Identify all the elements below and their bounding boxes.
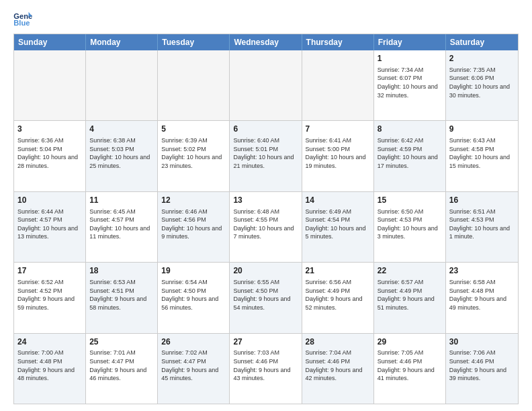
day-info: Sunrise: 6:57 AM Sunset: 4:49 PM Dayligh… — [378, 278, 442, 312]
day-number: 26 — [161, 336, 226, 348]
day-cell-22: 22Sunrise: 6:57 AM Sunset: 4:49 PM Dayli… — [374, 263, 446, 332]
day-cell-2: 2Sunrise: 7:35 AM Sunset: 6:06 PM Daylig… — [446, 50, 518, 120]
empty-cell — [230, 50, 302, 120]
empty-cell — [86, 50, 158, 120]
header: General Blue — [13, 11, 519, 27]
day-number: 21 — [306, 265, 370, 277]
day-cell-29: 29Sunrise: 7:05 AM Sunset: 4:46 PM Dayli… — [374, 334, 446, 404]
calendar-row-2: 10Sunrise: 6:44 AM Sunset: 4:57 PM Dayli… — [14, 192, 518, 263]
svg-text:Blue: Blue — [13, 19, 30, 27]
day-cell-14: 14Sunrise: 6:49 AM Sunset: 4:54 PM Dayli… — [302, 192, 374, 262]
day-info: Sunrise: 6:42 AM Sunset: 4:59 PM Dayligh… — [378, 136, 442, 170]
day-info: Sunrise: 6:38 AM Sunset: 5:03 PM Dayligh… — [89, 136, 154, 170]
day-number: 8 — [378, 124, 442, 135]
day-cell-11: 11Sunrise: 6:45 AM Sunset: 4:57 PM Dayli… — [86, 192, 158, 262]
day-number: 24 — [17, 336, 82, 348]
day-info: Sunrise: 6:44 AM Sunset: 4:57 PM Dayligh… — [17, 208, 82, 241]
day-number: 23 — [449, 265, 515, 277]
header-day-wednesday: Wednesday — [230, 34, 302, 50]
empty-cell — [14, 50, 86, 120]
day-cell-21: 21Sunrise: 6:56 AM Sunset: 4:49 PM Dayli… — [302, 263, 374, 332]
day-cell-10: 10Sunrise: 6:44 AM Sunset: 4:57 PM Dayli… — [14, 192, 86, 262]
day-info: Sunrise: 6:39 AM Sunset: 5:02 PM Dayligh… — [161, 136, 226, 170]
day-number: 2 — [449, 53, 515, 64]
day-number: 12 — [161, 195, 226, 206]
day-info: Sunrise: 7:03 AM Sunset: 4:46 PM Dayligh… — [233, 349, 298, 382]
day-number: 6 — [233, 124, 298, 135]
day-cell-7: 7Sunrise: 6:41 AM Sunset: 5:00 PM Daylig… — [302, 121, 374, 191]
day-number: 3 — [17, 124, 82, 135]
day-number: 20 — [233, 265, 298, 277]
day-info: Sunrise: 6:45 AM Sunset: 4:57 PM Dayligh… — [89, 208, 154, 241]
calendar: SundayMondayTuesdayWednesdayThursdayFrid… — [13, 34, 519, 404]
day-info: Sunrise: 6:48 AM Sunset: 4:55 PM Dayligh… — [233, 208, 298, 241]
empty-cell — [302, 50, 374, 120]
day-number: 29 — [378, 336, 442, 348]
day-cell-9: 9Sunrise: 6:43 AM Sunset: 4:58 PM Daylig… — [446, 121, 518, 191]
day-number: 28 — [306, 336, 370, 348]
day-number: 1 — [378, 53, 442, 64]
day-cell-19: 19Sunrise: 6:54 AM Sunset: 4:50 PM Dayli… — [158, 263, 230, 332]
day-cell-27: 27Sunrise: 7:03 AM Sunset: 4:46 PM Dayli… — [230, 334, 302, 404]
day-cell-1: 1Sunrise: 7:34 AM Sunset: 6:07 PM Daylig… — [374, 50, 446, 120]
day-number: 11 — [89, 195, 154, 206]
day-number: 16 — [449, 195, 515, 206]
day-info: Sunrise: 7:35 AM Sunset: 6:06 PM Dayligh… — [449, 66, 515, 99]
day-cell-23: 23Sunrise: 6:58 AM Sunset: 4:48 PM Dayli… — [446, 263, 518, 332]
day-cell-26: 26Sunrise: 7:02 AM Sunset: 4:47 PM Dayli… — [158, 334, 230, 404]
day-cell-30: 30Sunrise: 7:06 AM Sunset: 4:46 PM Dayli… — [446, 334, 518, 404]
day-info: Sunrise: 7:34 AM Sunset: 6:07 PM Dayligh… — [378, 66, 442, 99]
day-cell-28: 28Sunrise: 7:04 AM Sunset: 4:46 PM Dayli… — [302, 334, 374, 404]
day-info: Sunrise: 7:06 AM Sunset: 4:46 PM Dayligh… — [449, 349, 515, 382]
day-cell-12: 12Sunrise: 6:46 AM Sunset: 4:56 PM Dayli… — [158, 192, 230, 262]
day-cell-8: 8Sunrise: 6:42 AM Sunset: 4:59 PM Daylig… — [374, 121, 446, 191]
day-info: Sunrise: 6:55 AM Sunset: 4:50 PM Dayligh… — [233, 278, 298, 312]
day-cell-24: 24Sunrise: 7:00 AM Sunset: 4:48 PM Dayli… — [14, 334, 86, 404]
calendar-row-0: 1Sunrise: 7:34 AM Sunset: 6:07 PM Daylig… — [14, 50, 518, 121]
day-info: Sunrise: 6:43 AM Sunset: 4:58 PM Dayligh… — [449, 136, 515, 170]
day-number: 5 — [161, 124, 226, 135]
day-info: Sunrise: 7:02 AM Sunset: 4:47 PM Dayligh… — [161, 349, 226, 382]
page: General Blue SundayMondayTuesdayWednesda… — [0, 0, 532, 411]
day-number: 19 — [161, 265, 226, 277]
header-day-sunday: Sunday — [14, 34, 86, 50]
day-cell-17: 17Sunrise: 6:52 AM Sunset: 4:52 PM Dayli… — [14, 263, 86, 332]
day-number: 13 — [233, 195, 298, 206]
day-number: 17 — [17, 265, 82, 277]
logo-icon: General Blue — [13, 11, 32, 27]
day-info: Sunrise: 7:05 AM Sunset: 4:46 PM Dayligh… — [378, 349, 442, 382]
day-info: Sunrise: 6:53 AM Sunset: 4:51 PM Dayligh… — [89, 278, 154, 312]
day-info: Sunrise: 6:52 AM Sunset: 4:52 PM Dayligh… — [17, 278, 82, 312]
day-number: 15 — [378, 195, 442, 206]
day-info: Sunrise: 7:00 AM Sunset: 4:48 PM Dayligh… — [17, 349, 82, 382]
calendar-row-4: 24Sunrise: 7:00 AM Sunset: 4:48 PM Dayli… — [14, 334, 518, 404]
day-number: 14 — [306, 195, 370, 206]
day-cell-3: 3Sunrise: 6:36 AM Sunset: 5:04 PM Daylig… — [14, 121, 86, 191]
day-number: 22 — [378, 265, 442, 277]
header-day-saturday: Saturday — [446, 34, 518, 50]
day-info: Sunrise: 7:01 AM Sunset: 4:47 PM Dayligh… — [89, 349, 154, 382]
day-cell-5: 5Sunrise: 6:39 AM Sunset: 5:02 PM Daylig… — [158, 121, 230, 191]
day-number: 10 — [17, 195, 82, 206]
day-info: Sunrise: 6:41 AM Sunset: 5:00 PM Dayligh… — [306, 136, 370, 170]
day-info: Sunrise: 6:40 AM Sunset: 5:01 PM Dayligh… — [233, 136, 298, 170]
header-day-monday: Monday — [86, 34, 158, 50]
day-info: Sunrise: 6:46 AM Sunset: 4:56 PM Dayligh… — [161, 208, 226, 241]
empty-cell — [158, 50, 230, 120]
header-day-friday: Friday — [374, 34, 446, 50]
day-info: Sunrise: 6:54 AM Sunset: 4:50 PM Dayligh… — [161, 278, 226, 312]
day-info: Sunrise: 6:58 AM Sunset: 4:48 PM Dayligh… — [449, 278, 515, 312]
day-cell-16: 16Sunrise: 6:51 AM Sunset: 4:53 PM Dayli… — [446, 192, 518, 262]
day-info: Sunrise: 6:36 AM Sunset: 5:04 PM Dayligh… — [17, 136, 82, 170]
day-number: 27 — [233, 336, 298, 348]
day-cell-13: 13Sunrise: 6:48 AM Sunset: 4:55 PM Dayli… — [230, 192, 302, 262]
calendar-row-3: 17Sunrise: 6:52 AM Sunset: 4:52 PM Dayli… — [14, 263, 518, 333]
day-info: Sunrise: 6:51 AM Sunset: 4:53 PM Dayligh… — [449, 208, 515, 241]
calendar-header: SundayMondayTuesdayWednesdayThursdayFrid… — [14, 34, 518, 50]
day-number: 18 — [89, 265, 154, 277]
day-info: Sunrise: 6:56 AM Sunset: 4:49 PM Dayligh… — [306, 278, 370, 312]
day-number: 30 — [449, 336, 515, 348]
day-cell-15: 15Sunrise: 6:50 AM Sunset: 4:53 PM Dayli… — [374, 192, 446, 262]
day-number: 4 — [89, 124, 154, 135]
day-cell-25: 25Sunrise: 7:01 AM Sunset: 4:47 PM Dayli… — [86, 334, 158, 404]
